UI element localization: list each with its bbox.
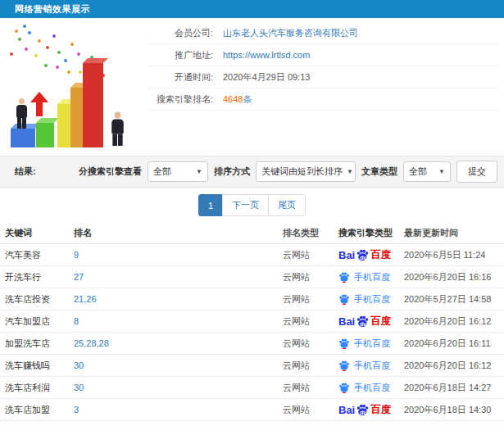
mobile-baidu-text: 手机百度 <box>354 360 390 372</box>
baidu-logo-cn-text: 百度 <box>370 315 391 329</box>
sort-select[interactable]: 关键词由短到长排序 ▼ <box>256 161 356 182</box>
keyword-cell: 开洗车行 <box>0 271 74 283</box>
filter-controls: 分搜索引擎查看 全部 ▼ 排序方式 关键词由短到长排序 ▼ 文章类型 全部 ▼ … <box>79 161 497 183</box>
baidu-paw-icon: du <box>356 403 370 416</box>
engine-rank-value[interactable]: 4648条 <box>223 93 252 106</box>
page-header: 网络营销效果展示 <box>0 0 504 18</box>
pagination: 1 下一页 尾页 <box>0 188 504 223</box>
mobile-baidu-text: 手机百度 <box>354 271 390 283</box>
info-row-open-time: 开通时间: 2020年4月29日 09:13 <box>148 66 497 88</box>
baidu-logo-du-text: du <box>360 410 367 415</box>
rank-type-cell: 云网站 <box>283 315 334 328</box>
engine-cell: 手机百度 <box>334 338 404 350</box>
baidu-logo: Bai du 百度 <box>338 403 391 417</box>
chevron-down-icon: ▼ <box>347 168 353 175</box>
rank-cell: 21,26 <box>74 294 283 304</box>
submit-button[interactable]: 提交 <box>456 161 497 183</box>
account-info: 会员公司: 山东老人头汽车服务咨询有限公司 推广地址: https://www.… <box>148 18 504 156</box>
header-keyword: 关键词 <box>0 227 74 239</box>
engine-rank-label: 搜索引擎排名: <box>148 93 213 106</box>
keyword-cell: 洗车店利润 <box>0 382 74 394</box>
promo-url-link[interactable]: https://www.lrtlsd.com <box>223 50 310 60</box>
illustration-bar-blue <box>11 129 35 147</box>
rank-link[interactable]: 25,28,28 <box>74 338 109 348</box>
baidu-paw-icon: du <box>356 248 370 261</box>
rank-link[interactable]: 9 <box>74 250 79 260</box>
table-row: 洗车店投资 21,26 云网站 <box>0 288 504 310</box>
results-table: 关键词 排名 排名类型 搜索引擎类型 最新更新时间 汽车美容 9 云网站 Bai <box>0 223 504 421</box>
rank-type-cell: 云网站 <box>283 404 334 416</box>
open-time-label: 开通时间: <box>148 71 213 84</box>
mobile-baidu-paw-icon <box>338 271 350 283</box>
rank-type-cell: 云网站 <box>283 360 334 372</box>
header-rank: 排名 <box>74 227 283 239</box>
rank-unit: 条 <box>243 94 252 104</box>
engine-cell: 手机百度 <box>334 271 404 283</box>
rank-type-cell: 云网站 <box>283 293 334 306</box>
keyword-cell: 加盟洗车店 <box>0 338 74 350</box>
rank-type-cell: 云网站 <box>283 271 334 283</box>
keyword-cell: 汽车美容 <box>0 249 74 261</box>
mobile-baidu-logo: 手机百度 <box>338 360 390 372</box>
promo-url-label: 推广地址: <box>148 49 213 61</box>
info-row-engine-rank: 搜索引擎排名: 4648条 <box>148 88 497 111</box>
header-engine-type: 搜索引擎类型 <box>334 227 404 239</box>
pagination-page-1[interactable]: 1 <box>198 194 223 216</box>
rank-link[interactable]: 30 <box>74 383 84 392</box>
updated-cell: 2020年6月20日 16:12 <box>404 315 504 328</box>
baidu-logo-du-text: du <box>360 321 367 327</box>
keyword-cell: 洗车店加盟 <box>0 404 74 416</box>
baidu-logo-cn-text: 百度 <box>370 248 391 262</box>
rank-cell: 27 <box>74 272 283 282</box>
article-type-select[interactable]: 全部 ▼ <box>403 161 451 182</box>
filter-bar: 结果: 分搜索引擎查看 全部 ▼ 排序方式 关键词由短到长排序 ▼ 文章类型 全… <box>0 156 504 188</box>
rank-type-cell: 云网站 <box>283 249 334 261</box>
mobile-baidu-paw-icon <box>338 360 350 371</box>
pagination-last[interactable]: 尾页 <box>268 194 306 216</box>
pagination-next[interactable]: 下一页 <box>222 194 269 216</box>
mobile-baidu-paw-icon <box>338 293 350 305</box>
engine-filter-label: 分搜索引擎查看 <box>79 165 142 178</box>
article-type-selected: 全部 <box>409 165 427 178</box>
rank-link[interactable]: 30 <box>74 360 84 370</box>
rank-link[interactable]: 21,26 <box>74 294 97 304</box>
results-table-body: 汽车美容 9 云网站 Bai <box>0 244 504 421</box>
engine-cell: 手机百度 <box>334 293 404 306</box>
rank-cell: 25,28,28 <box>74 338 283 348</box>
table-header-row: 关键词 排名 排名类型 搜索引擎类型 最新更新时间 <box>0 223 504 244</box>
rank-link[interactable]: 3 <box>74 405 79 415</box>
mobile-baidu-text: 手机百度 <box>354 338 390 350</box>
table-row: 洗车店利润 30 云网站 <box>0 377 504 399</box>
confetti-dots <box>10 52 13 56</box>
rank-link[interactable]: 8 <box>74 316 79 326</box>
engine-cell: Bai du 百度 <box>334 315 404 329</box>
baidu-logo: Bai du 百度 <box>338 248 391 262</box>
updated-cell: 2020年6月18日 14:30 <box>404 404 504 416</box>
engine-filter-select[interactable]: 全部 ▼ <box>148 161 208 182</box>
result-label: 结果: <box>15 165 36 178</box>
rank-type-cell: 云网站 <box>283 382 334 394</box>
illustration-bar-green <box>36 123 54 147</box>
rank-type-cell: 云网站 <box>283 338 334 350</box>
up-arrow-stem <box>36 102 43 116</box>
mobile-baidu-logo: 手机百度 <box>338 382 390 394</box>
bar-chart-illustration <box>0 18 148 156</box>
rank-link[interactable]: 27 <box>74 272 84 282</box>
table-row: 开洗车行 27 云网站 <box>0 266 504 288</box>
engine-cell: 手机百度 <box>334 360 404 372</box>
keyword-cell: 洗车赚钱吗 <box>0 360 74 372</box>
rank-cell: 8 <box>74 316 283 326</box>
rank-cell: 30 <box>74 360 283 370</box>
baidu-logo: Bai du 百度 <box>338 315 391 329</box>
engine-cell: 手机百度 <box>334 382 404 394</box>
mobile-baidu-paw-icon <box>338 382 350 393</box>
baidu-paw-icon: du <box>356 315 370 328</box>
table-row: 洗车店加盟 3 云网站 Bai <box>0 399 504 421</box>
company-link[interactable]: 山东老人头汽车服务咨询有限公司 <box>223 27 358 39</box>
header-rank-type: 排名类型 <box>283 227 334 239</box>
engine-cell: Bai du 百度 <box>334 403 404 417</box>
updated-cell: 2020年6月20日 16:11 <box>404 338 504 350</box>
table-row: 汽车加盟店 8 云网站 Bai <box>0 310 504 333</box>
sort-label: 排序方式 <box>214 165 250 178</box>
engine-cell: Bai du 百度 <box>334 248 404 262</box>
